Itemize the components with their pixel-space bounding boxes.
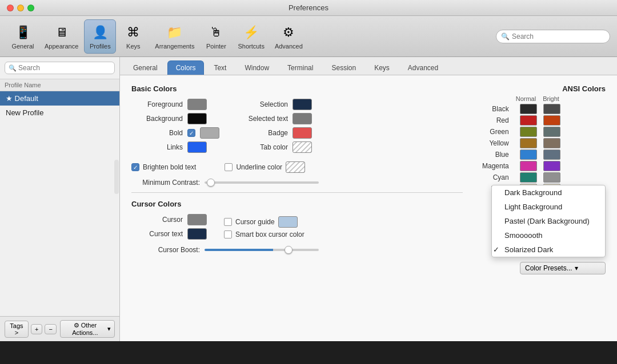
toolbar-label-advanced: Advanced [275, 43, 303, 50]
cursor-text-swatch[interactable] [187, 228, 207, 240]
toolbar-item-keys[interactable]: ⌘ Keys [117, 20, 149, 53]
preset-smoooooth[interactable]: Smoooooth [492, 228, 605, 242]
badge-swatch[interactable] [293, 127, 312, 139]
ansi-bright-swatch-black[interactable] [543, 104, 560, 114]
toolbar-item-general[interactable]: 📱 General [7, 20, 39, 53]
tab-keys[interactable]: Keys [366, 60, 398, 75]
ansi-row-red: Red [480, 115, 563, 126]
cursor-boost-thumb[interactable] [285, 246, 293, 254]
tab-advanced[interactable]: Advanced [399, 60, 447, 75]
cursor-swatch[interactable] [187, 214, 207, 225]
ansi-bright-swatch-yellow[interactable] [543, 138, 560, 148]
smart-box-row: Smart box cursor color [224, 230, 305, 238]
cursor-boost-slider[interactable] [205, 249, 319, 251]
ansi-bright-swatch-blue[interactable] [543, 149, 560, 160]
tags-button[interactable]: Tags > [5, 321, 29, 338]
preset-light-bg[interactable]: Light Background [492, 200, 605, 214]
tab-color-row: Tab color [237, 141, 312, 153]
ansi-normal-swatch-green[interactable] [520, 127, 537, 137]
toolbar-label-general: General [11, 43, 34, 50]
ansi-bright-swatch-red[interactable] [543, 115, 560, 126]
selection-swatch[interactable] [293, 99, 312, 110]
tab-terminal[interactable]: Terminal [279, 60, 322, 75]
ansi-row-yellow: Yellow [480, 137, 563, 149]
toolbar-search-box[interactable]: 🔍 [496, 30, 610, 43]
profile-item-default[interactable]: ★ Default [0, 91, 119, 106]
tab-window[interactable]: Window [236, 60, 278, 75]
remove-profile-button[interactable]: − [45, 324, 56, 334]
ansi-colors-title: ANSI Colors [480, 84, 606, 93]
cursor-guide-row: Cursor guide [224, 216, 305, 228]
min-contrast-slider[interactable] [205, 181, 319, 184]
underline-color-swatch[interactable] [286, 161, 305, 173]
ansi-normal-swatch-magenta[interactable] [520, 161, 537, 171]
cursor-colors-title: Cursor Colors [131, 200, 463, 208]
search-icon: 🔍 [501, 33, 510, 41]
cursor-guide-checkbox[interactable] [224, 218, 232, 226]
maximize-button[interactable] [27, 5, 34, 11]
smart-box-checkbox[interactable] [224, 230, 232, 238]
add-profile-button[interactable]: + [31, 324, 42, 334]
color-presets-label: Color Presets... [525, 264, 572, 272]
minimize-button[interactable] [17, 5, 24, 11]
background-swatch[interactable] [187, 113, 207, 124]
cursor-text-label: Cursor text [131, 230, 183, 238]
ansi-bright-swatch-green[interactable] [543, 127, 560, 137]
tab-general[interactable]: General [125, 60, 166, 75]
toolbar-item-arrangements[interactable]: 📁 Arrangements [150, 20, 199, 53]
ansi-row-cyan: Cyan [480, 172, 563, 183]
color-presets-button[interactable]: Color Presets... ▾ [520, 262, 606, 274]
ansi-bright-swatch-cyan[interactable] [543, 172, 560, 183]
bold-checkbox[interactable]: ✓ [187, 129, 195, 137]
ansi-normal-swatch-yellow[interactable] [520, 138, 537, 148]
sidebar-search-box[interactable]: 🔍 [5, 62, 115, 74]
toolbar-label-shortcuts: Shortcuts [238, 43, 264, 50]
preset-dark-bg[interactable]: Dark Background [492, 185, 605, 200]
advanced-icon: ⚙ [279, 23, 298, 42]
ansi-bright-yellow [539, 137, 563, 149]
selected-text-swatch[interactable] [293, 113, 312, 124]
selection-label: Selection [237, 100, 288, 108]
general-icon: 📱 [14, 23, 32, 42]
toolbar-search-input[interactable] [512, 33, 605, 41]
other-actions-arrow: ▾ [107, 325, 111, 333]
ansi-label-green: Green [480, 126, 512, 137]
profile-item-new[interactable]: New Profile [0, 106, 119, 120]
foreground-swatch[interactable] [187, 99, 207, 110]
close-button[interactable] [7, 5, 14, 11]
preset-pastel-dark-bg[interactable]: Pastel (Dark Background) [492, 214, 605, 228]
underline-checkbox[interactable] [225, 163, 233, 171]
toolbar-item-pointer[interactable]: 🖱 Pointer [200, 20, 232, 53]
tab-colors[interactable]: Colors [167, 60, 205, 75]
tab-color-label: Tab color [237, 143, 288, 151]
foreground-row: Foreground [131, 99, 219, 110]
toolbar-item-shortcuts[interactable]: ⚡ Shortcuts [233, 20, 269, 53]
ansi-row-black: Black [480, 103, 563, 115]
tab-session[interactable]: Session [323, 60, 364, 75]
bold-label: Bold [131, 129, 183, 137]
other-actions-button[interactable]: ⚙ Other Actions... ▾ [60, 320, 115, 338]
brighten-label: Brighten bold text [143, 163, 196, 171]
ansi-normal-swatch-cyan[interactable] [520, 172, 537, 183]
ansi-normal-swatch-blue[interactable] [520, 149, 537, 160]
ansi-normal-swatch-red[interactable] [520, 115, 537, 126]
toolbar-item-appearance[interactable]: 🖥 Appearance [40, 20, 83, 53]
sidebar-search-area: 🔍 [0, 57, 119, 79]
preset-solarized-dark[interactable]: Solarized Dark [492, 242, 605, 257]
links-label: Links [131, 143, 183, 151]
tab-text[interactable]: Text [205, 60, 235, 75]
tab-color-swatch[interactable] [293, 141, 312, 153]
cursor-guide-swatch[interactable] [278, 216, 298, 228]
sidebar-search-icon: 🔍 [9, 64, 17, 72]
toolbar-item-advanced[interactable]: ⚙ Advanced [270, 20, 307, 53]
ansi-bright-swatch-magenta[interactable] [543, 161, 560, 171]
toolbar-item-profiles[interactable]: 👤 Profiles [84, 19, 116, 54]
min-contrast-thumb[interactable] [207, 179, 215, 187]
appearance-icon: 🖥 [53, 23, 71, 42]
bold-swatch[interactable] [200, 127, 219, 139]
brighten-checkbox[interactable]: ✓ [131, 163, 139, 171]
links-swatch[interactable] [187, 141, 207, 153]
color-presets-arrow: ▾ [575, 264, 578, 272]
sidebar-search-input[interactable] [18, 64, 111, 72]
ansi-normal-swatch-black[interactable] [520, 104, 537, 114]
